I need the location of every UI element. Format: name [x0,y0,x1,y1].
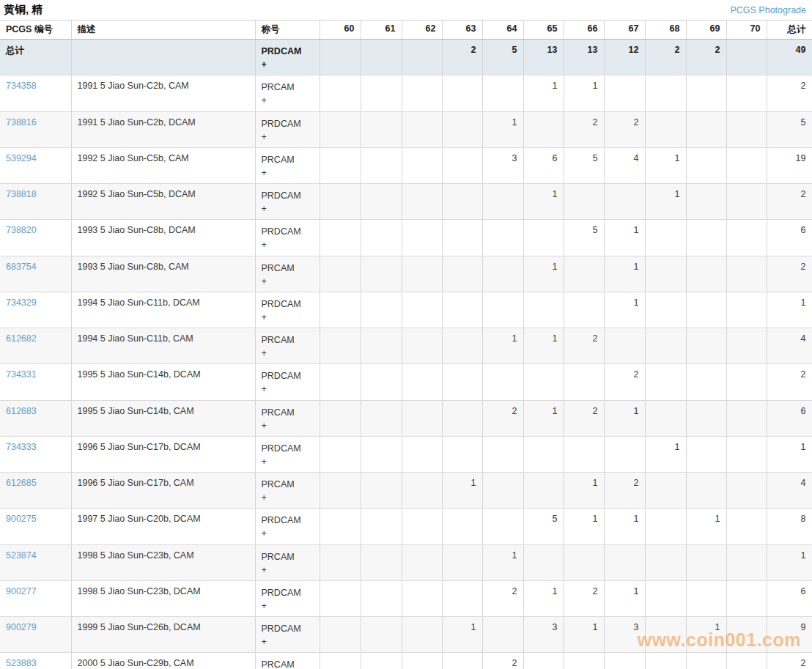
pcgs-number-link[interactable]: 734358 [6,81,37,91]
grade-68-count [645,653,686,669]
grade-70-count [726,220,767,256]
grade-69-count [686,653,726,669]
grade-66-count [564,292,604,328]
pcgs-number-cell: 612682 [0,328,71,364]
pcgs-number-cell: 523883 [0,653,71,669]
grade-65-count: 5 [523,509,564,544]
grade-61-count [361,473,402,509]
grade-68-count [645,364,686,400]
table-row: 9002791999 5 Jiao Sun-C26b, DCAMPRDCAM +… [0,617,812,653]
grade-60-count [320,220,361,256]
summary-row: 总计PRDCAM +251313122249 [0,40,812,75]
designation-cell: PRCAM + [255,473,320,509]
pcgs-number-link[interactable]: 738818 [6,189,37,199]
pcgs-number-link[interactable]: 734331 [6,369,37,380]
designation-text: PRDCAM + [262,297,298,324]
pcgs-number-cell: 734333 [0,436,71,472]
pcgs-number-link[interactable]: 900279 [6,622,37,632]
designation-cell: PRDCAM + [255,509,320,544]
coin-description: 2000 5 Jiao Sun-C29b, CAM [71,653,255,669]
grade-65-count: 1 [523,184,564,220]
grade-63-count [442,653,482,669]
designation-text: PRDCAM + [262,442,298,468]
pcgs-number-cell: 900277 [0,580,71,616]
grade-62-count [402,436,442,472]
grade-62-count [402,544,442,580]
grade-68-count [645,111,686,147]
grade-60-count [320,400,361,436]
header-row: PCGS 编号描述称号6061626364656667686970总计 [0,21,812,40]
pcgs-number-link[interactable]: 612683 [6,406,37,416]
grade-67-count: 1 [604,580,645,616]
pcgs-number-cell: 612683 [0,400,71,436]
grade-70-count [726,256,767,292]
pcgs-number-cell: 900275 [0,509,71,544]
pcgs-number-link[interactable]: 900277 [6,586,37,596]
grade-70-count [726,111,767,147]
grade-66-count: 1 [564,473,604,509]
grade-61-count [361,400,402,436]
grade-66-count [564,364,604,400]
row-total: 6 [767,400,812,436]
pcgs-number-link[interactable]: 539294 [6,153,37,163]
summary-grade-70 [726,40,767,75]
summary-grade-62 [402,40,442,75]
grade-68-count [645,473,686,509]
pcgs-number-link[interactable]: 523874 [6,550,37,561]
row-total: 2 [767,75,812,111]
pcgs-number-link[interactable]: 738820 [6,225,37,235]
pcgs-number-link[interactable]: 612682 [6,333,37,344]
summary-grade-65: 13 [523,40,564,75]
grade-64-count [482,436,523,472]
grade-62-count [402,580,442,616]
designation-text: PRCAM + [262,658,298,669]
grade-62-count [402,292,442,328]
designation-cell: PRDCAM + [255,111,320,147]
grade-69-count [686,473,726,509]
grade-62-count [402,75,442,111]
grade-70-count [726,328,767,364]
pcgs-photograde-link[interactable]: PCGS Photograde [730,5,806,15]
grade-60-count [320,544,361,580]
column-header-14: 总计 [767,21,812,40]
grade-69-count [686,580,726,616]
grade-67-count: 1 [604,509,645,544]
summary-designation-text: PRDCAM + [262,45,298,71]
pcgs-number-link[interactable]: 734329 [6,297,37,308]
pcgs-number-link[interactable]: 734333 [6,442,37,452]
pcgs-number-link[interactable]: 612685 [6,478,37,488]
grade-61-count [361,292,402,328]
designation-cell: PRCAM + [255,544,320,580]
table-row: 6126831995 5 Jiao Sun-C14b, CAMPRCAM +21… [0,400,812,436]
grade-65-count [523,220,564,256]
row-total: 2 [767,184,812,220]
grade-61-count [361,220,402,256]
pcgs-number-link[interactable]: 683754 [6,262,37,272]
grade-69-count [686,256,726,292]
designation-text: PRCAM + [262,406,298,432]
row-total: 1 [767,544,812,580]
grade-60-count [320,256,361,292]
grade-70-count [726,184,767,220]
pcgs-number-cell: 612685 [0,473,71,509]
grade-69-count: 1 [686,617,726,653]
grade-63-count: 1 [442,473,482,509]
grade-63-count [442,580,482,616]
pcgs-number-link[interactable]: 900275 [6,514,37,524]
row-total: 1 [767,436,812,472]
grade-67-count: 1 [604,400,645,436]
pcgs-number-link[interactable]: 738816 [6,117,37,127]
grade-69-count [686,436,726,472]
grade-66-count [564,436,604,472]
grade-65-count [523,111,564,147]
grade-60-count [320,653,361,669]
designation-text: PRDCAM + [262,586,298,613]
grade-69-count [686,111,726,147]
pcgs-number-cell: 683754 [0,256,71,292]
pcgs-number-link[interactable]: 523883 [6,658,37,668]
grade-70-count [726,75,767,111]
grade-62-count [402,184,442,220]
designation-cell: PRDCAM + [255,292,320,328]
grade-70-count [726,617,767,653]
grade-65-count: 3 [523,617,564,653]
